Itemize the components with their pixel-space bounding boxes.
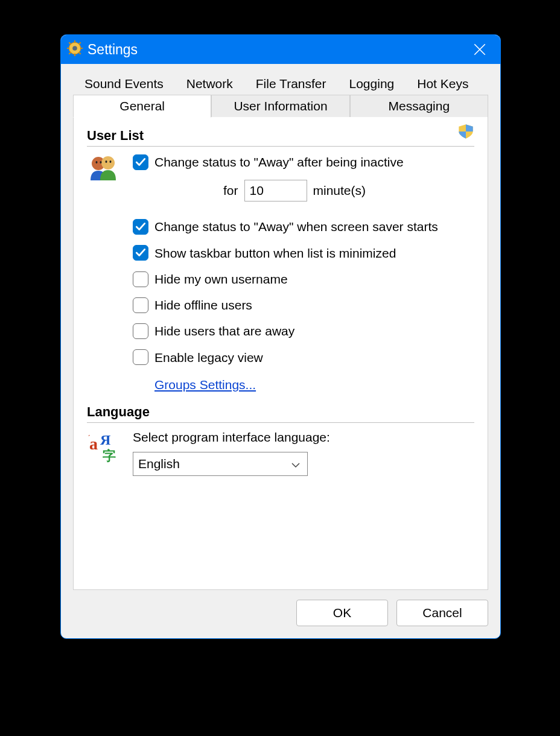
svg-point-13 xyxy=(100,161,102,163)
for-label: for xyxy=(223,183,238,198)
svg-line-8 xyxy=(79,42,81,44)
user-list-heading: User List xyxy=(87,128,144,144)
user-list-heading-row: User List xyxy=(87,128,474,147)
minutes-input[interactable] xyxy=(244,180,307,201)
svg-line-7 xyxy=(69,52,71,54)
language-heading: Language xyxy=(87,404,150,420)
for-minutes-row: for minute(s) xyxy=(223,180,474,201)
checkbox-legacy-view[interactable] xyxy=(133,349,148,365)
svg-line-6 xyxy=(79,52,81,54)
svg-point-14 xyxy=(106,160,107,163)
opt-hide-own: Hide my own username xyxy=(133,271,474,287)
users-icon xyxy=(87,154,123,392)
svg-point-12 xyxy=(96,161,98,163)
language-select[interactable]: English xyxy=(133,452,308,476)
window-title: Settings xyxy=(88,42,138,58)
label-hide-offline: Hide offline users xyxy=(154,297,252,313)
minutes-unit: minute(s) xyxy=(313,183,366,198)
language-options: Select program interface language: Engli… xyxy=(133,430,474,476)
label-away-inactive: Change status to "Away" after being inac… xyxy=(154,154,404,170)
label-hide-own: Hide my own username xyxy=(154,271,288,287)
tab-network[interactable]: Network xyxy=(175,72,244,95)
svg-point-15 xyxy=(110,160,112,163)
opt-show-taskbar: Show taskbar button when list is minimiz… xyxy=(133,245,474,261)
language-label: Select program interface language: xyxy=(133,430,474,445)
checkbox-hide-away[interactable] xyxy=(133,323,148,339)
cancel-button[interactable]: Cancel xyxy=(396,600,488,626)
tab-hot-keys[interactable]: Hot Keys xyxy=(406,72,480,95)
checkbox-away-screensaver[interactable] xyxy=(133,219,148,235)
gear-icon xyxy=(67,40,83,59)
svg-text:´: ´ xyxy=(88,434,91,443)
settings-window: Settings Sound Events Network File Trans… xyxy=(60,34,501,639)
titlebar: Settings xyxy=(61,35,500,64)
svg-text:Я: Я xyxy=(100,432,110,448)
opt-hide-away: Hide users that are away xyxy=(133,323,474,339)
tabs-row-2: General User Information Messaging xyxy=(73,95,488,118)
close-button[interactable] xyxy=(465,35,494,64)
opt-legacy-view: Enable legacy view xyxy=(133,349,474,366)
language-body: a ´ Я 字 Select program interface languag… xyxy=(87,430,474,476)
user-list-body: Change status to "Away" after being inac… xyxy=(87,154,474,392)
tabs-row-1: Sound Events Network File Transfer Loggi… xyxy=(73,72,488,95)
checkbox-hide-own[interactable] xyxy=(133,271,148,287)
svg-line-5 xyxy=(69,42,71,44)
svg-point-11 xyxy=(101,156,115,170)
opt-hide-offline: Hide offline users xyxy=(133,297,474,313)
shield-icon xyxy=(457,123,474,144)
svg-text:字: 字 xyxy=(103,448,116,463)
language-icon: a ´ Я 字 xyxy=(87,430,123,476)
opt-away-inactive: Change status to "Away" after being inac… xyxy=(133,154,474,170)
label-hide-away: Hide users that are away xyxy=(154,323,294,339)
chevron-down-icon xyxy=(291,457,300,471)
ok-button[interactable]: OK xyxy=(296,600,388,626)
tab-file-transfer[interactable]: File Transfer xyxy=(244,72,338,95)
general-panel: User List xyxy=(73,117,488,590)
svg-text:a: a xyxy=(89,434,98,453)
svg-point-9 xyxy=(72,46,77,51)
dialog-buttons: OK Cancel xyxy=(61,590,500,638)
tab-messaging[interactable]: Messaging xyxy=(350,95,488,118)
tab-general[interactable]: General xyxy=(73,95,211,118)
window-body: Sound Events Network File Transfer Loggi… xyxy=(61,64,500,590)
checkbox-show-taskbar[interactable] xyxy=(133,245,148,261)
checkbox-hide-offline[interactable] xyxy=(133,297,148,313)
language-heading-row: Language xyxy=(87,404,474,423)
tab-logging[interactable]: Logging xyxy=(338,72,406,95)
tab-sound-events[interactable]: Sound Events xyxy=(73,72,175,95)
checkbox-away-inactive[interactable] xyxy=(133,154,148,170)
groups-settings-link[interactable]: Groups Settings... xyxy=(154,378,256,392)
user-list-options: Change status to "Away" after being inac… xyxy=(133,154,474,392)
label-legacy-view: Enable legacy view xyxy=(154,349,263,366)
language-selected: English xyxy=(138,457,180,471)
tab-user-information[interactable]: User Information xyxy=(211,95,349,118)
label-away-screensaver: Change status to "Away" when screen save… xyxy=(154,218,438,235)
opt-away-screensaver: Change status to "Away" when screen save… xyxy=(133,218,474,235)
label-show-taskbar: Show taskbar button when list is minimiz… xyxy=(154,245,396,261)
